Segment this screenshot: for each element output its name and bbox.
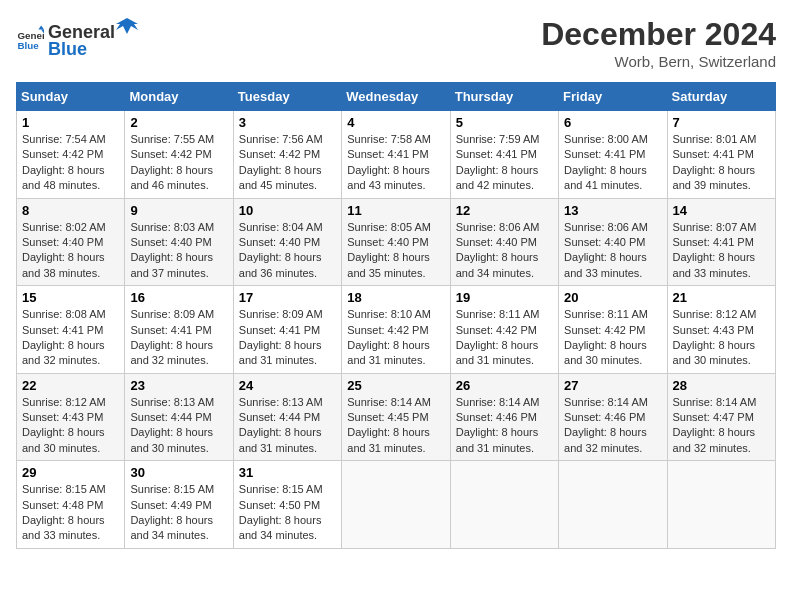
calendar-week-row: 22 Sunrise: 8:12 AM Sunset: 4:43 PM Dayl… <box>17 373 776 461</box>
calendar-day-cell: 4 Sunrise: 7:58 AM Sunset: 4:41 PM Dayli… <box>342 111 450 199</box>
calendar-day-cell: 6 Sunrise: 8:00 AM Sunset: 4:41 PM Dayli… <box>559 111 667 199</box>
sunrise-text: Sunrise: 8:13 AM <box>130 396 214 408</box>
sunrise-text: Sunrise: 8:04 AM <box>239 221 323 233</box>
sunrise-text: Sunrise: 8:10 AM <box>347 308 431 320</box>
sunset-text: Sunset: 4:44 PM <box>239 411 320 423</box>
day-header-friday: Friday <box>559 83 667 111</box>
sunrise-text: Sunrise: 8:12 AM <box>22 396 106 408</box>
calendar-day-cell: 15 Sunrise: 8:08 AM Sunset: 4:41 PM Dayl… <box>17 286 125 374</box>
sunset-text: Sunset: 4:40 PM <box>564 236 645 248</box>
day-info: Sunrise: 8:13 AM Sunset: 4:44 PM Dayligh… <box>130 395 227 457</box>
sunset-text: Sunset: 4:42 PM <box>347 324 428 336</box>
day-info: Sunrise: 8:12 AM Sunset: 4:43 PM Dayligh… <box>22 395 119 457</box>
sunset-text: Sunset: 4:43 PM <box>673 324 754 336</box>
sunset-text: Sunset: 4:41 PM <box>130 324 211 336</box>
day-number: 10 <box>239 203 336 218</box>
calendar-day-cell: 17 Sunrise: 8:09 AM Sunset: 4:41 PM Dayl… <box>233 286 341 374</box>
day-info: Sunrise: 8:08 AM Sunset: 4:41 PM Dayligh… <box>22 307 119 369</box>
day-number: 26 <box>456 378 553 393</box>
daylight-text: Daylight: 8 hours and 32 minutes. <box>564 426 647 453</box>
calendar-day-cell: 25 Sunrise: 8:14 AM Sunset: 4:45 PM Dayl… <box>342 373 450 461</box>
calendar-day-cell: 3 Sunrise: 7:56 AM Sunset: 4:42 PM Dayli… <box>233 111 341 199</box>
daylight-text: Daylight: 8 hours and 35 minutes. <box>347 251 430 278</box>
sunset-text: Sunset: 4:41 PM <box>456 148 537 160</box>
calendar-day-cell <box>667 461 775 549</box>
sunrise-text: Sunrise: 7:55 AM <box>130 133 214 145</box>
day-number: 27 <box>564 378 661 393</box>
day-number: 19 <box>456 290 553 305</box>
sunrise-text: Sunrise: 8:11 AM <box>456 308 540 320</box>
day-number: 23 <box>130 378 227 393</box>
calendar-day-cell: 9 Sunrise: 8:03 AM Sunset: 4:40 PM Dayli… <box>125 198 233 286</box>
day-number: 11 <box>347 203 444 218</box>
daylight-text: Daylight: 8 hours and 43 minutes. <box>347 164 430 191</box>
sunrise-text: Sunrise: 8:09 AM <box>239 308 323 320</box>
sunset-text: Sunset: 4:41 PM <box>239 324 320 336</box>
day-number: 13 <box>564 203 661 218</box>
calendar-week-row: 8 Sunrise: 8:02 AM Sunset: 4:40 PM Dayli… <box>17 198 776 286</box>
sunset-text: Sunset: 4:42 PM <box>22 148 103 160</box>
daylight-text: Daylight: 8 hours and 31 minutes. <box>347 339 430 366</box>
daylight-text: Daylight: 8 hours and 32 minutes. <box>673 426 756 453</box>
sunset-text: Sunset: 4:42 PM <box>239 148 320 160</box>
day-number: 28 <box>673 378 770 393</box>
daylight-text: Daylight: 8 hours and 36 minutes. <box>239 251 322 278</box>
sunrise-text: Sunrise: 8:06 AM <box>564 221 648 233</box>
daylight-text: Daylight: 8 hours and 33 minutes. <box>673 251 756 278</box>
day-number: 20 <box>564 290 661 305</box>
sunrise-text: Sunrise: 8:15 AM <box>130 483 214 495</box>
day-info: Sunrise: 8:15 AM Sunset: 4:49 PM Dayligh… <box>130 482 227 544</box>
daylight-text: Daylight: 8 hours and 31 minutes. <box>456 339 539 366</box>
calendar-day-cell: 18 Sunrise: 8:10 AM Sunset: 4:42 PM Dayl… <box>342 286 450 374</box>
day-header-saturday: Saturday <box>667 83 775 111</box>
daylight-text: Daylight: 8 hours and 30 minutes. <box>564 339 647 366</box>
sunset-text: Sunset: 4:48 PM <box>22 499 103 511</box>
daylight-text: Daylight: 8 hours and 31 minutes. <box>239 339 322 366</box>
day-number: 18 <box>347 290 444 305</box>
calendar-day-cell: 31 Sunrise: 8:15 AM Sunset: 4:50 PM Dayl… <box>233 461 341 549</box>
day-number: 30 <box>130 465 227 480</box>
svg-marker-2 <box>38 25 44 29</box>
day-header-tuesday: Tuesday <box>233 83 341 111</box>
day-number: 24 <box>239 378 336 393</box>
svg-marker-4 <box>116 18 138 34</box>
sunrise-text: Sunrise: 7:54 AM <box>22 133 106 145</box>
day-info: Sunrise: 8:02 AM Sunset: 4:40 PM Dayligh… <box>22 220 119 282</box>
page-header: General Blue General Blue December 2024 … <box>16 16 776 70</box>
day-number: 25 <box>347 378 444 393</box>
sunset-text: Sunset: 4:46 PM <box>456 411 537 423</box>
day-number: 2 <box>130 115 227 130</box>
day-info: Sunrise: 8:11 AM Sunset: 4:42 PM Dayligh… <box>564 307 661 369</box>
daylight-text: Daylight: 8 hours and 33 minutes. <box>22 514 105 541</box>
sunrise-text: Sunrise: 8:14 AM <box>347 396 431 408</box>
daylight-text: Daylight: 8 hours and 32 minutes. <box>22 339 105 366</box>
daylight-text: Daylight: 8 hours and 30 minutes. <box>22 426 105 453</box>
sunrise-text: Sunrise: 8:15 AM <box>239 483 323 495</box>
sunset-text: Sunset: 4:41 PM <box>347 148 428 160</box>
calendar-day-cell: 14 Sunrise: 8:07 AM Sunset: 4:41 PM Dayl… <box>667 198 775 286</box>
sunrise-text: Sunrise: 7:56 AM <box>239 133 323 145</box>
day-number: 21 <box>673 290 770 305</box>
day-number: 4 <box>347 115 444 130</box>
logo-bird-icon <box>116 16 138 38</box>
sunset-text: Sunset: 4:40 PM <box>130 236 211 248</box>
calendar-table: SundayMondayTuesdayWednesdayThursdayFrid… <box>16 82 776 549</box>
sunset-text: Sunset: 4:41 PM <box>673 148 754 160</box>
sunrise-text: Sunrise: 8:14 AM <box>456 396 540 408</box>
daylight-text: Daylight: 8 hours and 41 minutes. <box>564 164 647 191</box>
sunset-text: Sunset: 4:49 PM <box>130 499 211 511</box>
calendar-day-cell: 30 Sunrise: 8:15 AM Sunset: 4:49 PM Dayl… <box>125 461 233 549</box>
calendar-day-cell: 29 Sunrise: 8:15 AM Sunset: 4:48 PM Dayl… <box>17 461 125 549</box>
calendar-day-cell: 13 Sunrise: 8:06 AM Sunset: 4:40 PM Dayl… <box>559 198 667 286</box>
sunrise-text: Sunrise: 8:03 AM <box>130 221 214 233</box>
location-text: Worb, Bern, Switzerland <box>541 53 776 70</box>
day-number: 29 <box>22 465 119 480</box>
sunrise-text: Sunrise: 8:05 AM <box>347 221 431 233</box>
day-info: Sunrise: 8:14 AM Sunset: 4:46 PM Dayligh… <box>456 395 553 457</box>
calendar-day-cell: 23 Sunrise: 8:13 AM Sunset: 4:44 PM Dayl… <box>125 373 233 461</box>
calendar-day-cell: 20 Sunrise: 8:11 AM Sunset: 4:42 PM Dayl… <box>559 286 667 374</box>
day-number: 3 <box>239 115 336 130</box>
calendar-day-cell <box>450 461 558 549</box>
sunrise-text: Sunrise: 8:09 AM <box>130 308 214 320</box>
daylight-text: Daylight: 8 hours and 30 minutes. <box>130 426 213 453</box>
